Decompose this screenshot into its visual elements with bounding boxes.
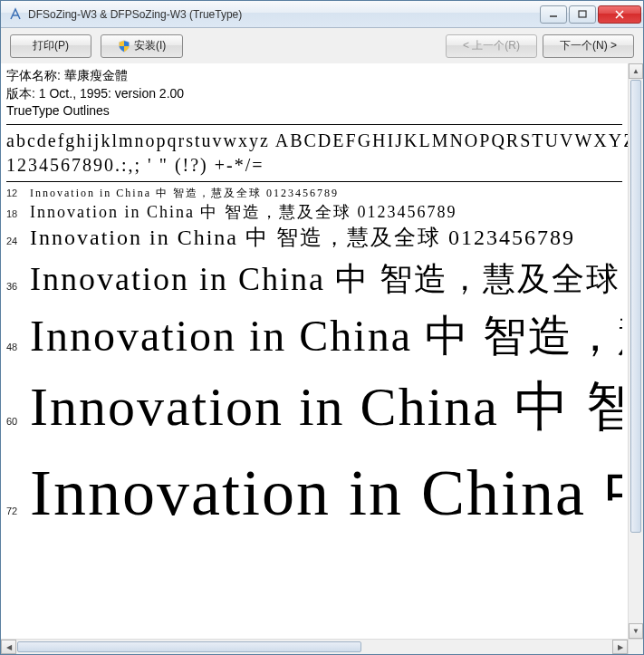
size-label: 72 <box>6 506 30 516</box>
meta-outlines: TrueType Outlines <box>6 102 622 120</box>
size-label: 18 <box>6 208 30 219</box>
window-title: DFSoZing-W3 & DFPSoZing-W3 (TrueType) <box>28 8 538 21</box>
scroll-right-arrow-icon[interactable]: ▶ <box>612 640 628 654</box>
scroll-left-arrow-icon[interactable]: ◀ <box>1 640 16 654</box>
print-button-label: 打印(P) <box>33 38 69 53</box>
sample-row-36: 36 Innovation in China 中 智造，慧及全球 0123456… <box>6 252 622 302</box>
meta-name-row: 字体名称: 華康瘦金體 <box>6 67 622 85</box>
prev-button-label: < 上一个(R) <box>463 38 520 53</box>
uac-shield-icon <box>118 40 130 53</box>
vertical-scrollbar[interactable]: ▲ ▼ <box>628 63 643 639</box>
close-button[interactable] <box>598 5 641 24</box>
horizontal-scrollbar[interactable]: ◀ ▶ <box>1 639 628 654</box>
install-button-label: 安装(I) <box>134 38 166 53</box>
maximize-button[interactable] <box>569 5 596 24</box>
meta-version-label: 版本: <box>6 86 35 101</box>
sample-row-12: 12 Innovation in China 中 智造，慧及全球 0123456… <box>6 182 622 201</box>
font-meta-block: 字体名称: 華康瘦金體 版本: 1 Oct., 1995: version 2.… <box>6 65 622 124</box>
font-app-icon <box>8 7 23 22</box>
svg-rect-1 <box>579 11 586 17</box>
sample-text: Innovation in China 中 智造，慧及全球 0123456789 <box>30 449 622 536</box>
sample-row-72: 72 Innovation in China 中 智造，慧及全球 0123456… <box>6 444 622 536</box>
sample-text: Innovation in China 中 智造，慧及全球 0123456789 <box>30 201 457 223</box>
prev-button: < 上一个(R) <box>446 34 537 58</box>
sample-row-48: 48 Innovation in China 中 智造，慧及全球 0123456… <box>6 302 622 365</box>
window-controls <box>538 5 641 24</box>
toolbar: 打印(P) 安装(I) < 上一个(R) 下一个(N) > <box>1 28 643 64</box>
titlebar: DFSoZing-W3 & DFPSoZing-W3 (TrueType) <box>1 1 643 28</box>
horizontal-scroll-thumb[interactable] <box>17 641 361 652</box>
content-area: 字体名称: 華康瘦金體 版本: 1 Oct., 1995: version 2.… <box>1 63 643 654</box>
sample-text: Innovation in China 中 智造，慧及全球 0123456789 <box>30 223 575 252</box>
size-label: 60 <box>6 416 30 427</box>
next-button-label: 下一个(N) > <box>560 38 617 53</box>
sample-row-60: 60 Innovation in China 中 智造，慧及全球 0123456… <box>6 365 622 444</box>
meta-name-label: 字体名称: <box>6 68 61 82</box>
sample-text: Innovation in China 中 智造，慧及全球 0123456789 <box>30 371 622 444</box>
meta-version-row: 版本: 1 Oct., 1995: version 2.00 <box>6 85 622 103</box>
alphabet-line-1: abcdefghijklmnopqrstuvwxyz ABCDEFGHIJKLM… <box>6 129 622 153</box>
minimize-button[interactable] <box>540 5 567 24</box>
next-button[interactable]: 下一个(N) > <box>543 34 634 58</box>
scroll-down-arrow-icon[interactable]: ▼ <box>629 623 643 639</box>
sample-text: Innovation in China 中 智造，慧及全球 0123456789 <box>30 307 622 365</box>
size-label: 12 <box>6 188 30 198</box>
size-label: 48 <box>6 342 30 352</box>
meta-version-value: 1 Oct., 1995: version 2.00 <box>39 86 184 101</box>
scroll-up-arrow-icon[interactable]: ▲ <box>629 63 643 79</box>
scrollbar-corner <box>628 639 643 654</box>
sample-row-18: 18 Innovation in China 中 智造，慧及全球 0123456… <box>6 201 622 223</box>
alphabet-line-2: 1234567890.:,; ' " (!?) +-*/= <box>6 153 622 178</box>
sample-text: Innovation in China 中 智造，慧及全球 0123456789 <box>30 186 339 201</box>
scroll-viewport: 字体名称: 華康瘦金體 版本: 1 Oct., 1995: version 2.… <box>1 63 628 639</box>
install-button[interactable]: 安装(I) <box>101 34 183 58</box>
size-label: 24 <box>6 236 30 246</box>
sample-text: Innovation in China 中 智造，慧及全球 0123456789 <box>30 257 622 302</box>
vertical-scroll-thumb[interactable] <box>630 80 641 533</box>
sample-row-24: 24 Innovation in China 中 智造，慧及全球 0123456… <box>6 223 622 252</box>
size-label: 36 <box>6 281 30 292</box>
meta-name-value: 華康瘦金體 <box>64 68 128 82</box>
alphabet-block: abcdefghijklmnopqrstuvwxyz ABCDEFGHIJKLM… <box>6 124 622 182</box>
print-button[interactable]: 打印(P) <box>10 34 91 58</box>
